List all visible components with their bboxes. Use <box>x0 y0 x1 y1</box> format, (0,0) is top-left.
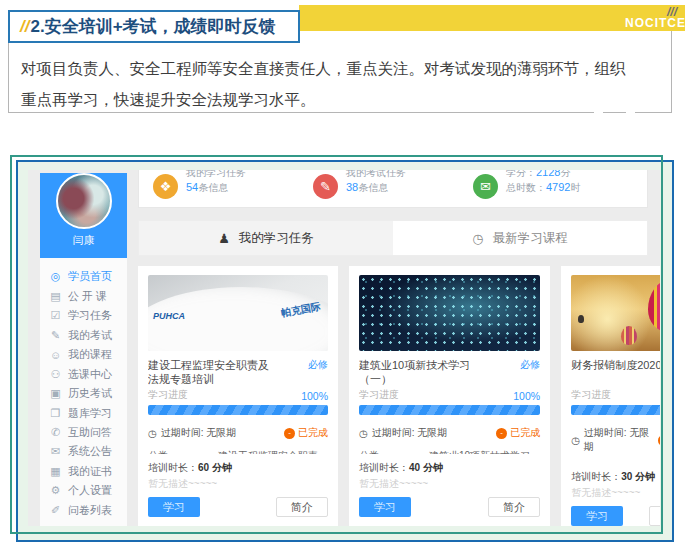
main-panel: ❖ 我的学习任务 54条信息 ✎ 我的考试任务 38条信息 ✉ 学分：2128分… <box>138 170 648 526</box>
sidebar-item-label: 系统公告 <box>68 444 112 459</box>
stat-line1: 学分：2128分 <box>506 170 580 180</box>
course-card: 财务报销制度202011 必修 学习进度 100% ◷过期时间: 无限期 -已完… <box>561 266 660 526</box>
person-icon: ♟ <box>218 231 230 246</box>
course-title[interactable]: 建设工程监理安全职责及 法规专题培训 <box>148 358 304 386</box>
course-description: 暂无描述~~~~~ <box>359 477 540 491</box>
sidebar-menu: ◎ 学员首页 ▤ 公 开 课 ☑ 学习任务 ✎ 我的考试 ☺ 我的课程 ⚇ 选课… <box>40 258 127 526</box>
completed-icon: - <box>658 435 660 446</box>
course-thumbnail[interactable] <box>571 275 660 351</box>
sidebar-item-qa[interactable]: ✆ 互助问答 <box>40 423 127 442</box>
stat-study-tasks[interactable]: ❖ 我的学习任务 54条信息 <box>153 172 313 199</box>
expiry-text: ◷过期时间: 无限期 <box>148 426 236 440</box>
completed-icon: - <box>284 428 295 439</box>
course-card: 建筑业10项新技术学习 （一） 必修 学习进度 100% ◷过期时间: 无限期 … <box>349 266 550 526</box>
mail-icon: ✉ <box>49 445 62 458</box>
sidebar-item-label: 互助问答 <box>68 425 112 440</box>
stats-bar: ❖ 我的学习任务 54条信息 ✎ 我的考试任务 38条信息 ✉ 学分：2128分… <box>138 170 648 208</box>
sidebar-item-certificate[interactable]: ▦ 我的证书 <box>40 462 127 481</box>
tab-my-study-tasks[interactable]: ♟ 我的学习任务 <box>139 221 393 255</box>
course-tabs: ♟ 我的学习任务 ◷ 最新学习课程 <box>138 220 648 256</box>
mail-icon: ✉ <box>473 174 498 199</box>
sidebar-item-settings[interactable]: ⚙ 个人设置 <box>40 481 127 500</box>
intro-button[interactable]: 简介 <box>276 497 328 517</box>
body-text-line1: 对项目负责人、安全工程师等安全直接责任人，重点关注。对考试发现的薄弱环节，组织 <box>21 53 661 84</box>
balloon-graphic <box>648 280 660 332</box>
stat-exam-tasks[interactable]: ✎ 我的考试任务 38条信息 <box>313 172 473 199</box>
picture-icon: ❖ <box>153 174 178 199</box>
sidebar-item-home[interactable]: ◎ 学员首页 <box>40 267 127 286</box>
study-button[interactable]: 学习 <box>571 506 623 526</box>
sidebar-item-label: 我的考试 <box>68 328 112 343</box>
expiry-text: ◷过期时间: 无限期 <box>571 426 658 454</box>
sidebar-item-study-task[interactable]: ☑ 学习任务 <box>40 306 127 325</box>
stat-credits[interactable]: ✉ 学分：2128分 总时数：4792时 <box>473 172 633 199</box>
body-text-line2: 重点再学习，快速提升安全法规学习水平。 <box>21 84 661 115</box>
required-badge: 必修 <box>520 358 540 386</box>
page-title: 2.安全培训+考试，成绩即时反馈 <box>30 17 275 36</box>
thumbnail-brand-text: 帕克国际 <box>280 300 322 321</box>
duration-text: 培训时长：60 分钟 <box>148 461 328 475</box>
gear-icon: ⚙ <box>49 484 62 497</box>
course-card-list: PUHCA 帕克国际 建设工程监理安全职责及 法规专题培训 必修 学习进度 10… <box>138 266 648 526</box>
clock-icon: ◷ <box>148 428 157 439</box>
study-button[interactable]: 学习 <box>148 497 200 517</box>
border-gap <box>594 110 603 113</box>
exam-pen-icon: ✎ <box>49 329 62 342</box>
chat-icon: ✆ <box>49 426 62 439</box>
study-button[interactable]: 学习 <box>359 497 411 517</box>
history-icon: ▣ <box>49 387 62 400</box>
sidebar-item-announcement[interactable]: ✉ 系统公告 <box>40 442 127 461</box>
intro-button[interactable]: 简介 <box>649 506 660 526</box>
sidebar-item-label: 选课中心 <box>68 367 112 382</box>
sidebar-item-course-center[interactable]: ⚇ 选课中心 <box>40 364 127 383</box>
sidebar-item-my-exam[interactable]: ✎ 我的考试 <box>40 325 127 344</box>
avatar[interactable] <box>56 173 112 229</box>
sidebar-item-label: 历史考试 <box>68 386 112 401</box>
pen-icon: ✎ <box>313 174 338 199</box>
progress-label: 学习进度 <box>359 388 399 402</box>
course-title[interactable]: 建筑业10项新技术学习 （一） <box>359 358 516 386</box>
course-thumbnail[interactable] <box>359 275 540 351</box>
progress-bar <box>148 405 328 415</box>
sidebar-item-label: 题库学习 <box>68 406 112 421</box>
course-title[interactable]: 财务报销制度202011 <box>571 358 660 386</box>
tab-latest-courses[interactable]: ◷ 最新学习课程 <box>393 221 647 255</box>
clock-icon: ◷ <box>472 231 483 246</box>
sidebar-item-label: 学习任务 <box>68 308 112 323</box>
sidebar-item-my-course[interactable]: ☺ 我的课程 <box>40 345 127 364</box>
sidebar-item-question-bank[interactable]: ❐ 题库学习 <box>40 403 127 422</box>
screen-icon: ▤ <box>49 290 62 303</box>
balloon-graphic <box>621 326 637 345</box>
sidebar: 闫康 ◎ 学员首页 ▤ 公 开 课 ☑ 学习任务 ✎ 我的考试 ☺ 我的课程 <box>40 170 127 526</box>
pencil-icon: ✐ <box>49 504 62 517</box>
sidebar-item-history-exam[interactable]: ▣ 历史考试 <box>40 384 127 403</box>
title-slashes: // <box>20 17 29 36</box>
status-badge: -已完成 <box>658 426 660 454</box>
stat-line1: 我的考试任务 <box>346 170 406 180</box>
status-badge: -已完成 <box>496 426 540 440</box>
course-thumbnail[interactable]: PUHCA 帕克国际 <box>148 275 328 351</box>
sidebar-item-label: 我的课程 <box>68 347 112 362</box>
tab-label: 最新学习课程 <box>493 230 568 247</box>
border-gap <box>626 110 635 113</box>
progress-label: 学习进度 <box>148 388 188 402</box>
header-banner: /// NOCITCE <box>299 5 685 31</box>
tab-label: 我的学习任务 <box>239 230 314 247</box>
duration-text: 培训时长：40 分钟 <box>359 461 540 475</box>
book-icon: ❐ <box>49 407 62 420</box>
stat-line2: 54条信息 <box>186 180 246 195</box>
progress-percent: 100% <box>513 390 540 402</box>
intro-button[interactable]: 简介 <box>488 497 540 517</box>
progress-percent: 100% <box>301 390 328 402</box>
course-description: 暂无描述~~~~~ <box>148 477 328 491</box>
course-card: PUHCA 帕克国际 建设工程监理安全职责及 法规专题培训 必修 学习进度 10… <box>138 266 338 526</box>
task-icon: ☑ <box>49 309 62 322</box>
banner-logo: NOCITCE <box>625 16 685 30</box>
progress-bar <box>571 405 660 415</box>
status-badge: -已完成 <box>284 426 328 440</box>
users-icon: ⚇ <box>49 368 62 381</box>
sidebar-item-open-course[interactable]: ▤ 公 开 课 <box>40 286 127 305</box>
sidebar-item-label: 公 开 课 <box>68 289 107 304</box>
category-text: 分类：————建设工程监理安全职责… <box>148 449 328 454</box>
sidebar-item-survey[interactable]: ✐ 问卷列表 <box>40 501 127 520</box>
